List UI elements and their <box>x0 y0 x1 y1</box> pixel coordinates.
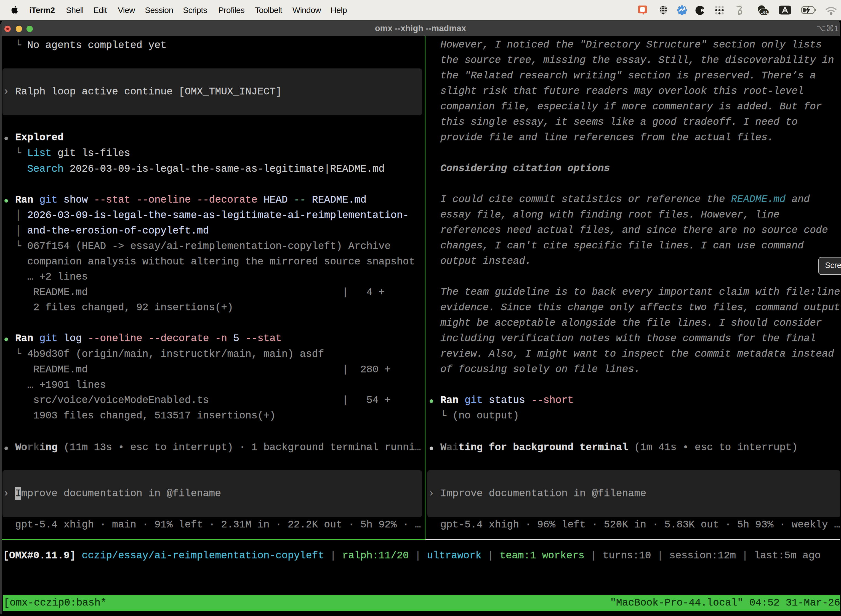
svg-text:..61: ..61 <box>761 10 768 15</box>
